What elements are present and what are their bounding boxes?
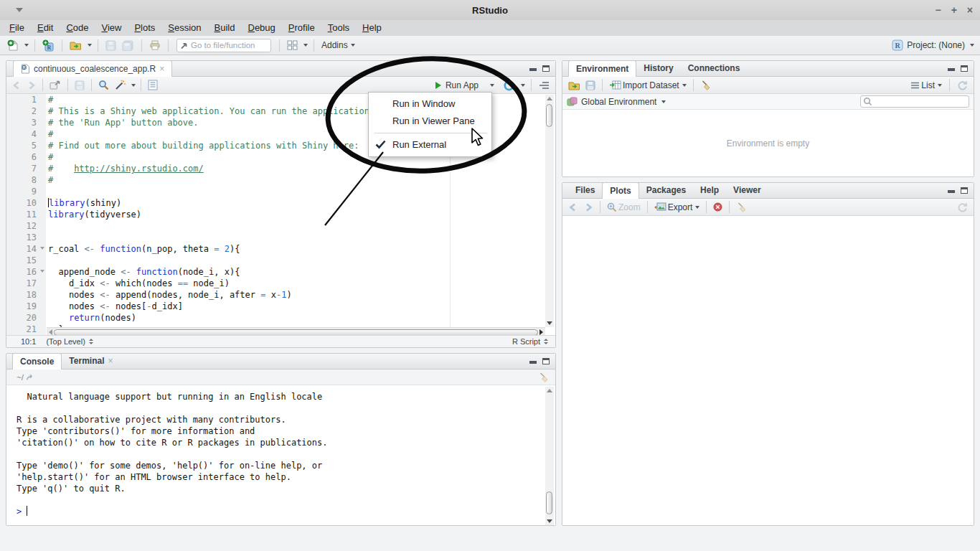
addins-button[interactable]: Addins: [320, 39, 357, 51]
new-project-button[interactable]: R: [41, 39, 56, 52]
compile-report-icon[interactable]: [146, 79, 159, 91]
fold-caret-icon[interactable]: [40, 247, 44, 250]
run-app-caret-icon[interactable]: [490, 84, 494, 87]
publish-icon[interactable]: [501, 79, 517, 92]
tab-help[interactable]: Help: [693, 182, 726, 198]
goto-file-function-box[interactable]: [176, 39, 271, 52]
list-view-button[interactable]: List: [909, 80, 943, 91]
publish-caret-icon[interactable]: [521, 84, 525, 87]
menu-build[interactable]: Build: [208, 20, 242, 36]
forward-icon[interactable]: [25, 80, 37, 90]
menu-edit[interactable]: Edit: [31, 20, 60, 36]
run-app-button[interactable]: Run App: [434, 80, 480, 91]
next-plot-icon[interactable]: [582, 202, 595, 212]
new-file-caret-icon[interactable]: [24, 44, 29, 47]
new-file-button[interactable]: [6, 39, 20, 52]
clear-console-icon[interactable]: [537, 371, 551, 383]
tab-files[interactable]: Files: [568, 182, 602, 198]
menu-plots[interactable]: Plots: [128, 20, 161, 36]
menu-code[interactable]: Code: [60, 20, 95, 36]
language-mode-selector[interactable]: R Script: [512, 337, 548, 346]
goto-directory-icon[interactable]: [26, 374, 35, 381]
maximize-pane-icon[interactable]: [542, 65, 550, 72]
tab-connections[interactable]: Connections: [681, 60, 748, 76]
tab-console[interactable]: Console: [12, 353, 62, 369]
maximize-button[interactable]: +: [951, 5, 957, 15]
zoom-plot-button[interactable]: Zoom: [606, 202, 642, 213]
menu-view[interactable]: View: [95, 20, 128, 36]
tab-packages[interactable]: Packages: [639, 182, 693, 198]
environment-scope-caret-icon[interactable]: [661, 100, 666, 103]
scroll-up-icon[interactable]: [547, 389, 552, 392]
save-button[interactable]: [104, 39, 118, 52]
editor-vertical-scrollbar[interactable]: [545, 95, 554, 327]
editor-tab-close-icon[interactable]: ×: [159, 62, 164, 77]
print-button[interactable]: [148, 39, 162, 51]
scope-selector[interactable]: (Top Level): [46, 337, 93, 346]
environment-pane: Environment History Connections Import D…: [562, 60, 974, 177]
tab-history[interactable]: History: [636, 60, 680, 76]
console-output[interactable]: Natural language support but running in …: [6, 385, 555, 525]
fold-caret-icon[interactable]: [40, 270, 44, 273]
menu-file[interactable]: File: [3, 20, 31, 36]
open-in-new-window-icon[interactable]: [48, 80, 62, 90]
menu-profile[interactable]: Profile: [282, 20, 321, 36]
minimize-pane-icon[interactable]: [529, 358, 537, 364]
export-plot-button[interactable]: Export: [653, 202, 702, 213]
maximize-pane-icon[interactable]: [961, 65, 968, 72]
minimize-button[interactable]: −: [935, 5, 941, 15]
import-dataset-button[interactable]: Import Dataset: [608, 80, 688, 91]
list-view-caret-icon: [938, 84, 942, 87]
close-button[interactable]: ×: [967, 5, 973, 15]
back-icon[interactable]: [11, 80, 23, 90]
editor-tab[interactable]: R continuous_coalescence_app.R ×: [13, 60, 172, 77]
tab-plots[interactable]: Plots: [602, 182, 639, 199]
remove-plot-icon[interactable]: [712, 202, 724, 212]
goto-file-function-input[interactable]: [191, 41, 263, 50]
save-workspace-icon[interactable]: [584, 80, 597, 91]
project-menu-button[interactable]: R Project: (None): [892, 39, 974, 51]
tab-viewer[interactable]: Viewer: [726, 182, 768, 198]
pane-layout-button[interactable]: [286, 39, 299, 51]
menu-item-run-in-window[interactable]: Run in Window: [369, 95, 491, 113]
scrollbar-thumb[interactable]: [546, 104, 552, 127]
maximize-pane-icon[interactable]: [542, 358, 550, 364]
previous-plot-icon[interactable]: [567, 202, 580, 212]
menu-tools[interactable]: Tools: [321, 20, 356, 36]
scroll-down-icon[interactable]: [547, 321, 552, 325]
scrollbar-thumb[interactable]: [546, 491, 552, 514]
clear-environment-icon[interactable]: [699, 79, 713, 91]
open-file-caret-icon[interactable]: [88, 44, 92, 47]
scroll-left-icon[interactable]: [49, 329, 52, 335]
open-file-button[interactable]: [68, 39, 83, 51]
environment-scope-selector[interactable]: Global Environment: [581, 97, 656, 107]
menu-item-run-in-viewer-pane[interactable]: Run in Viewer Pane: [369, 113, 491, 130]
environment-search-box[interactable]: [860, 95, 969, 108]
save-all-button[interactable]: [121, 39, 136, 52]
terminal-tab-close-icon[interactable]: ×: [108, 354, 113, 369]
console-vertical-scrollbar[interactable]: [545, 387, 554, 525]
scroll-right-icon[interactable]: [540, 329, 543, 335]
menu-help[interactable]: Help: [356, 20, 388, 36]
load-workspace-icon[interactable]: [567, 80, 582, 91]
maximize-pane-icon[interactable]: [961, 187, 968, 194]
menu-session[interactable]: Session: [161, 20, 207, 36]
clear-plots-icon[interactable]: [735, 201, 749, 213]
minimize-pane-icon[interactable]: [948, 187, 956, 194]
minimize-pane-icon[interactable]: [948, 65, 956, 72]
tab-environment[interactable]: Environment: [568, 60, 636, 77]
minimize-pane-icon[interactable]: [529, 65, 537, 72]
save-icon[interactable]: [73, 80, 86, 91]
document-outline-icon[interactable]: [537, 80, 551, 90]
menu-item-run-external[interactable]: Run External: [369, 136, 491, 154]
code-tools-wand-icon[interactable]: [113, 79, 128, 91]
menu-debug[interactable]: Debug: [242, 20, 282, 36]
tab-terminal[interactable]: Terminal×: [62, 353, 120, 369]
scroll-up-icon[interactable]: [547, 97, 552, 100]
refresh-icon[interactable]: [956, 80, 969, 91]
find-replace-icon[interactable]: [97, 79, 110, 91]
scroll-down-icon[interactable]: [547, 519, 552, 523]
code-tools-caret-icon[interactable]: [131, 84, 136, 87]
pane-layout-caret-icon[interactable]: [303, 44, 308, 47]
refresh-plots-icon[interactable]: [956, 202, 969, 213]
